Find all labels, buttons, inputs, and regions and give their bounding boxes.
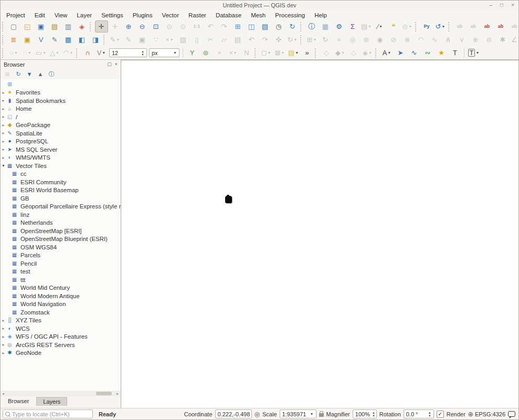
hscroll-thumb[interactable] xyxy=(96,392,112,395)
recent-actions-dropdown-button[interactable]: ↺▼ xyxy=(434,20,447,33)
tree-item-openstreetmap-esri[interactable]: ▦OpenStreetMap [ESRI] xyxy=(1,227,121,235)
open-data-source-manager-button[interactable]: ≣ xyxy=(7,34,20,46)
scroll-right-arrow[interactable]: ▸ xyxy=(115,391,120,396)
enable-snapping-button[interactable]: ∩ xyxy=(81,47,94,59)
tree-item-osm-wgs84[interactable]: ▦OSM WGS84 xyxy=(1,243,121,251)
toolbar-drag-handle[interactable] xyxy=(90,22,92,32)
tree-item-world-mid-century[interactable]: ▦World Mid Century xyxy=(1,284,121,292)
tree-item-xyz-tiles[interactable]: ▸⣿XYZ Tiles xyxy=(1,317,121,325)
expand-arrow-icon[interactable]: ▸ xyxy=(1,351,6,355)
tree-item-ttt[interactable]: ▦ttt xyxy=(1,276,121,284)
tree-item-g-oportail-parcellaire-express-style-noir[interactable]: ▦Géoportail Parcellaire Express (style n… xyxy=(1,203,121,211)
coordinate-input[interactable]: 0.222,-0.498 xyxy=(215,410,252,418)
new-map-view-button[interactable]: ⊞ xyxy=(231,20,245,33)
expand-arrow-icon[interactable]: ▸ xyxy=(1,155,6,160)
menu-help[interactable]: Help xyxy=(310,11,332,19)
zoom-full-button[interactable]: ⊡ xyxy=(150,20,163,33)
toolbar-drag-handle[interactable] xyxy=(300,22,303,32)
new-mesh-layer-button[interactable]: ◧ xyxy=(76,34,89,46)
render-checkbox[interactable]: ✓ xyxy=(437,411,444,418)
expand-arrow-icon[interactable]: ▸ xyxy=(1,107,6,111)
menu-layer[interactable]: Layer xyxy=(72,11,97,19)
form-annotation-dropdown-button[interactable]: T▼ xyxy=(467,47,481,59)
identify-features-button[interactable]: ⓘ xyxy=(305,20,319,33)
messages-icon[interactable] xyxy=(508,411,515,417)
expand-arrow-icon[interactable]: ▸ xyxy=(1,334,6,339)
new-geopackage-layer-button[interactable]: ▣ xyxy=(21,34,34,46)
tree-item-esri-world-basemap[interactable]: ▦ESRI World Basemap xyxy=(1,186,121,195)
toolbar-drag-handle[interactable] xyxy=(2,35,5,45)
tree-item-netherlands[interactable]: ▦Netherlands xyxy=(1,219,121,227)
show-spatial-bookmarks-button[interactable]: ▤ xyxy=(259,20,272,33)
zoom-in-button[interactable]: ⊕ xyxy=(122,20,135,33)
tree-item-spatialite[interactable]: ▸✎SpatiaLite xyxy=(1,129,121,138)
tree-item-spatial-bookmarks[interactable]: ▸▮Spatial Bookmarks xyxy=(1,97,121,105)
toolbar-drag-handle[interactable] xyxy=(103,35,106,45)
toolbar-drag-handle[interactable] xyxy=(448,22,451,32)
magnifier-spinbox[interactable]: 100% ▲▼ xyxy=(353,410,377,418)
expand-arrow-icon[interactable]: ▾ xyxy=(1,163,6,168)
save-project-button[interactable]: ▣ xyxy=(35,20,48,33)
expand-arrow-icon[interactable]: ▸ xyxy=(1,90,6,95)
menu-database[interactable]: Database xyxy=(211,11,246,19)
style-manager-button[interactable]: ◈ xyxy=(76,20,89,33)
expand-arrow-icon[interactable]: ▸ xyxy=(1,131,6,135)
toolbar-drag-handle[interactable] xyxy=(76,48,79,58)
tree-item-world-modern-antique[interactable]: ▦World Modern Antique xyxy=(1,292,121,300)
tree-item-zoomstack[interactable]: ▦Zoomstack xyxy=(1,308,121,317)
create-polygon-annotation-button[interactable]: ∾ xyxy=(421,47,435,59)
tree-item-postgresql[interactable]: ▸●PostgreSQL xyxy=(1,138,121,146)
python-console-button[interactable]: Py xyxy=(420,20,433,33)
toolbar-drag-handle[interactable] xyxy=(375,48,378,58)
tree-item-wms-wmts[interactable]: ▸◐WMS/WMTS xyxy=(1,154,121,162)
show-map-tips-button[interactable]: ❝ xyxy=(387,20,400,33)
spin-steppers[interactable]: ▲▼ xyxy=(426,411,431,417)
expand-arrow-icon[interactable]: ▸ xyxy=(1,123,6,128)
zoom-out-button[interactable]: ⊖ xyxy=(136,20,149,33)
rotation-spinbox[interactable]: 0.0 ° ▲▼ xyxy=(404,410,434,418)
highlight-pinned-labels-button[interactable]: ab xyxy=(481,20,494,33)
tab-layers[interactable]: Layers xyxy=(36,397,67,406)
tree-item-geonode[interactable]: ▸✱GeoNode xyxy=(1,349,121,358)
tree-item-wfs-ogc-api-features[interactable]: ▸◈WFS / OGC API - Features xyxy=(1,333,121,341)
collapse-all-button[interactable]: ▲ xyxy=(36,69,45,79)
expand-arrow-icon[interactable]: ▸ xyxy=(1,98,6,103)
float-panel-button[interactable]: ▢ xyxy=(107,62,112,67)
menu-vector[interactable]: Vector xyxy=(157,11,184,19)
menu-view[interactable]: View xyxy=(50,11,72,19)
show-statistical-summary-button[interactable]: Σ xyxy=(346,20,359,33)
avoid-overlap-button[interactable]: ⊚ xyxy=(199,47,213,59)
menu-edit[interactable]: Edit xyxy=(30,11,50,19)
browser-properties-button[interactable]: ⓘ xyxy=(47,69,56,79)
menu-raster[interactable]: Raster xyxy=(184,11,211,19)
tree-item-vector-tiles[interactable]: ▾▦Vector Tiles xyxy=(1,162,121,170)
menu-mesh[interactable]: Mesh xyxy=(246,11,270,19)
menu-processing[interactable]: Processing xyxy=(270,11,310,19)
topological-editing-button[interactable]: Y xyxy=(186,47,199,59)
map-canvas[interactable] xyxy=(121,60,518,408)
spin-steppers[interactable]: ▲▼ xyxy=(139,50,144,56)
new-spatialite-layer-button[interactable]: ✎ xyxy=(48,34,61,46)
tree-item-linz[interactable]: ▦linz xyxy=(1,211,121,219)
refresh-browser-button[interactable]: ↻ xyxy=(14,69,23,79)
tree-item-esri-community[interactable]: ▦ESRI Community xyxy=(1,178,121,186)
toolbar-drag-handle[interactable] xyxy=(415,22,418,32)
open-attribute-table-button[interactable]: ▦ xyxy=(319,20,332,33)
expand-arrow-icon[interactable]: ▸ xyxy=(1,342,6,347)
expand-arrow-icon[interactable]: ▸ xyxy=(1,318,6,323)
crs-status-button[interactable]: ⊕ EPSG:4326 xyxy=(468,411,505,417)
open-processing-toolbox-button[interactable]: ⚙ xyxy=(333,20,346,33)
menu-settings[interactable]: Settings xyxy=(97,11,128,19)
filter-browser-button[interactable]: ▼ xyxy=(25,69,34,79)
measure-line-button[interactable]: ∕▼ xyxy=(374,20,387,33)
toolbar-drag-handle[interactable] xyxy=(2,48,5,58)
tree-item-home[interactable]: ▸⌂Home xyxy=(1,105,121,113)
scroll-left-arrow[interactable]: ◂ xyxy=(1,391,6,396)
tree-item-geopackage[interactable]: ▸◆GeoPackage xyxy=(1,121,121,130)
temporal-controller-panel-button[interactable]: ◷ xyxy=(272,20,285,33)
tree-item-[interactable]: ▸◱/ xyxy=(1,113,121,121)
toolbar-drag-handle[interactable] xyxy=(2,22,5,32)
toolbar-drag-handle[interactable] xyxy=(315,48,317,58)
menu-project[interactable]: Project xyxy=(2,11,30,19)
tree-item-gb[interactable]: ▦GB xyxy=(1,194,121,203)
